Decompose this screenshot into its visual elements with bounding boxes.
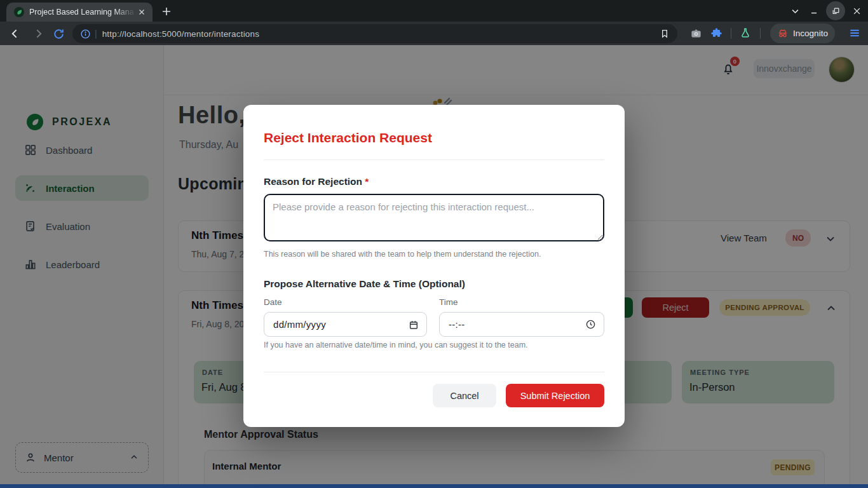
address-separator: | [95, 29, 97, 39]
browser-menu-button[interactable] [848, 26, 862, 40]
cancel-button[interactable]: Cancel [433, 384, 496, 407]
modal-footer-divider [264, 372, 604, 372]
bookmark-icon[interactable] [660, 29, 670, 39]
new-tab-button[interactable] [160, 5, 173, 18]
time-field-label: Time [439, 297, 458, 307]
window-minimize-button[interactable] [807, 4, 821, 17]
tab-list-chevron-icon[interactable] [788, 4, 802, 17]
time-input-value: --:-- [449, 319, 585, 330]
window-close-button[interactable] [850, 4, 864, 17]
tab-title: Project Based Learning Mana [29, 8, 136, 17]
screen: Project Based Learning Mana [0, 0, 868, 488]
tab-favicon-leaf-icon [14, 7, 24, 17]
date-field-label: Date [264, 297, 282, 307]
incognito-label: Incognito [793, 29, 828, 38]
toolbar-separator [731, 28, 731, 39]
experiments-flask-icon[interactable] [738, 26, 752, 40]
date-input[interactable]: dd/mm/yyyy [264, 312, 427, 337]
time-input[interactable]: --:-- [439, 312, 604, 337]
reload-button[interactable] [51, 26, 66, 41]
calendar-icon[interactable] [409, 320, 419, 330]
propose-help-text: If you have an alternative date/time in … [264, 341, 528, 349]
reason-textarea[interactable] [264, 194, 604, 241]
address-bar[interactable]: | http://localhost:5000/mentor/interacti… [72, 24, 677, 43]
reject-modal: Reject Interaction Request Reason for Re… [243, 105, 625, 427]
tab-close-button[interactable] [136, 6, 147, 18]
browser-tab[interactable]: Project Based Learning Mana [6, 3, 153, 22]
extensions-puzzle-icon[interactable] [709, 26, 723, 40]
incognito-badge: Incognito [770, 24, 835, 43]
screenshot-camera-icon[interactable] [689, 26, 703, 40]
forward-button[interactable] [31, 26, 46, 41]
required-asterisk: * [365, 176, 369, 187]
clock-icon[interactable] [585, 319, 596, 330]
modal-divider [264, 159, 604, 160]
submit-rejection-button[interactable]: Submit Rejection [506, 384, 604, 407]
site-info-icon[interactable] [80, 29, 91, 39]
back-button[interactable] [8, 26, 23, 41]
browser-tab-strip: Project Based Learning Mana [0, 0, 868, 22]
url-text: http://localhost:5000/mentor/interaction… [102, 29, 260, 39]
reason-label: Reason for Rejection * [264, 176, 369, 187]
incognito-icon [777, 28, 789, 39]
window-maximize-button[interactable] [826, 1, 845, 20]
modal-title: Reject Interaction Request [264, 130, 432, 146]
reason-help-text: This reason will be shared with the team… [264, 250, 541, 259]
date-input-value: dd/mm/yyyy [273, 319, 409, 330]
toolbar-separator-2 [760, 28, 761, 39]
propose-heading: Propose Alternative Date & Time (Optiona… [264, 278, 465, 290]
